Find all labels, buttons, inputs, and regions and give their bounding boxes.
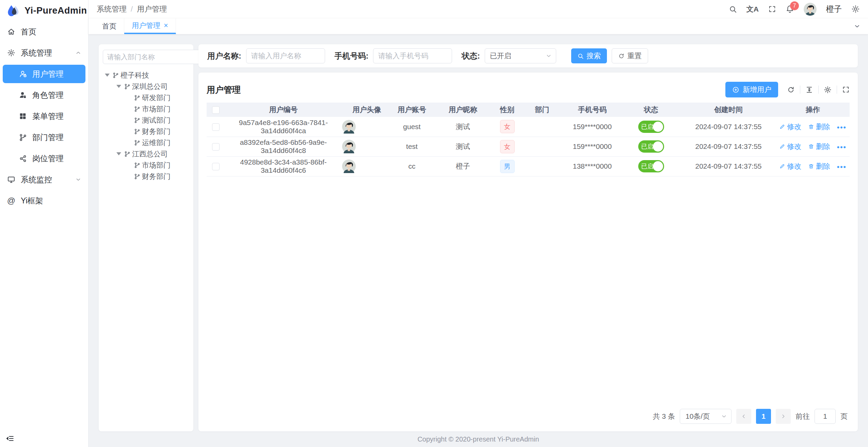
settings-gear-icon[interactable]	[851, 5, 860, 13]
caret-down-icon[interactable]	[116, 152, 121, 155]
translate-icon[interactable]: 文A	[746, 4, 759, 14]
username-filter-input[interactable]	[246, 48, 325, 63]
created-time-cell: 2024-09-07 14:37:55	[681, 117, 776, 137]
tab-label: 首页	[102, 21, 116, 31]
edit-button[interactable]: 修改	[779, 142, 801, 151]
notification-bell-icon[interactable]: 7	[786, 5, 794, 13]
sidebar-item-departments[interactable]: 部门管理	[0, 127, 88, 148]
breadcrumb: 系统管理 / 用户管理	[97, 4, 167, 14]
logo-drop-icon	[7, 4, 20, 17]
tree-node[interactable]: 财务部门	[103, 126, 189, 137]
nickname-cell: 测试	[432, 137, 494, 156]
edit-button[interactable]: 修改	[779, 161, 801, 171]
tree-node-label: 市场部门	[142, 160, 171, 170]
row-checkbox[interactable]	[212, 143, 220, 151]
tab-home[interactable]: 首页	[95, 18, 124, 34]
sidebar-item-framework[interactable]: @ Yi框架	[0, 190, 88, 211]
edit-button[interactable]: 修改	[779, 122, 801, 132]
main-column: 系统管理 / 用户管理 文A 7 橙子 首页 用户管理 ×	[89, 0, 868, 447]
row-checkbox[interactable]	[212, 123, 220, 131]
page-number-button[interactable]: 1	[756, 409, 771, 424]
table-toolbar: 新增用户	[725, 82, 850, 97]
close-icon[interactable]: ×	[164, 22, 168, 29]
delete-button[interactable]: 删除	[808, 161, 830, 171]
username-filter-label: 用户名称:	[207, 51, 241, 61]
tree-node[interactable]: 市场部门	[103, 159, 189, 171]
sidebar-item-system[interactable]: 系统管理	[0, 42, 88, 63]
status-toggle[interactable]: 已启用	[638, 160, 664, 172]
app-logo[interactable]: Yi-PureAdmin	[0, 0, 88, 21]
breadcrumb-item[interactable]: 系统管理	[97, 4, 127, 14]
git-branch-icon	[134, 106, 140, 112]
row-checkbox[interactable]	[212, 163, 220, 170]
more-actions-button[interactable]: •••	[837, 143, 847, 151]
delete-button[interactable]: 删除	[808, 142, 830, 151]
column-header: 用户头像	[342, 103, 391, 117]
app-title: Yi-PureAdmin	[25, 5, 87, 16]
tab-menu-chevron-icon[interactable]	[846, 18, 868, 34]
sidebar-item-monitor[interactable]: 系统监控	[0, 169, 88, 190]
filter-bar: 用户名称: 手机号码: 状态: 已开启 搜索	[198, 44, 858, 67]
status-select[interactable]: 已开启	[485, 48, 556, 63]
tree-node[interactable]: 橙子科技	[103, 70, 189, 81]
department-search-input[interactable]	[107, 53, 197, 61]
tree-node[interactable]: 江西总公司	[103, 148, 189, 159]
tab-user-management[interactable]: 用户管理 ×	[124, 18, 176, 34]
department-search-field[interactable]	[103, 50, 208, 64]
sidebar-item-home[interactable]: 首页	[0, 21, 88, 42]
chevron-down-icon	[75, 176, 81, 183]
gender-tag: 女	[500, 120, 515, 133]
column-header: 用户账号	[391, 103, 432, 117]
delete-button[interactable]: 删除	[808, 122, 830, 132]
phone-filter-input[interactable]	[373, 48, 452, 63]
sidebar-item-menus[interactable]: 菜单管理	[0, 106, 88, 127]
tree-node[interactable]: 深圳总公司	[103, 81, 189, 92]
page-size-select[interactable]: 10条/页	[680, 409, 732, 424]
sidebar-item-label: 部门管理	[32, 132, 64, 143]
created-time-cell: 2024-09-07 14:37:55	[681, 156, 776, 176]
sidebar-item-label: 菜单管理	[32, 111, 64, 122]
user-avatar	[342, 159, 391, 173]
caret-down-icon[interactable]	[116, 85, 121, 88]
sidebar-item-label: 岗位管理	[32, 153, 64, 164]
tree-node[interactable]: 财务部门	[103, 171, 189, 182]
next-page-button[interactable]	[776, 409, 791, 424]
tree-node[interactable]: 测试部门	[103, 114, 189, 126]
more-actions-button[interactable]: •••	[837, 123, 847, 132]
prev-page-button[interactable]	[736, 409, 751, 424]
sidebar-item-label: 用户管理	[32, 69, 64, 79]
select-all-checkbox[interactable]	[212, 106, 220, 114]
footer-copyright: Copyright © 2020-present Yi-PureAdmin	[99, 431, 858, 447]
pencil-icon	[779, 163, 785, 169]
column-settings-gear-icon[interactable]	[824, 86, 832, 94]
tree-node-label: 运维部门	[142, 138, 171, 148]
sidebar-item-posts[interactable]: 岗位管理	[0, 148, 88, 169]
tree-node[interactable]: 市场部门	[103, 103, 189, 114]
sidebar-item-roles[interactable]: 角色管理	[0, 84, 88, 106]
tabbar: 首页 用户管理 ×	[89, 18, 868, 34]
gender-tag: 女	[500, 140, 515, 153]
reset-button[interactable]: 重置	[612, 48, 648, 63]
username[interactable]: 橙子	[826, 4, 842, 14]
density-icon[interactable]	[805, 86, 813, 94]
status-toggle[interactable]: 已启用	[638, 121, 664, 133]
tree-node-label: 财务部门	[142, 127, 171, 136]
sidebar: Yi-PureAdmin 首页 系统管理 用户管理 角色管理	[0, 0, 89, 447]
sidebar-item-users[interactable]: 用户管理	[3, 65, 85, 83]
search-icon[interactable]	[729, 5, 737, 13]
sidebar-collapse-icon[interactable]	[5, 434, 14, 443]
tree-node-label: 测试部门	[142, 115, 171, 125]
tree-node[interactable]: 研发部门	[103, 92, 189, 103]
table-fullscreen-icon[interactable]	[842, 86, 850, 93]
table-row: 4928be8d-3c34-a385-86bf-3a14dd60f4c6 cc …	[207, 156, 850, 176]
status-toggle[interactable]: 已启用	[638, 140, 664, 153]
caret-down-icon[interactable]	[105, 74, 110, 77]
goto-page-input[interactable]	[815, 409, 836, 424]
fullscreen-icon[interactable]	[768, 5, 776, 13]
search-button[interactable]: 搜索	[571, 48, 607, 63]
tree-node[interactable]: 运维部门	[103, 137, 189, 148]
refresh-icon[interactable]	[787, 86, 795, 94]
user-avatar[interactable]	[804, 3, 817, 16]
more-actions-button[interactable]: •••	[837, 163, 847, 171]
add-user-button[interactable]: 新增用户	[725, 82, 778, 97]
